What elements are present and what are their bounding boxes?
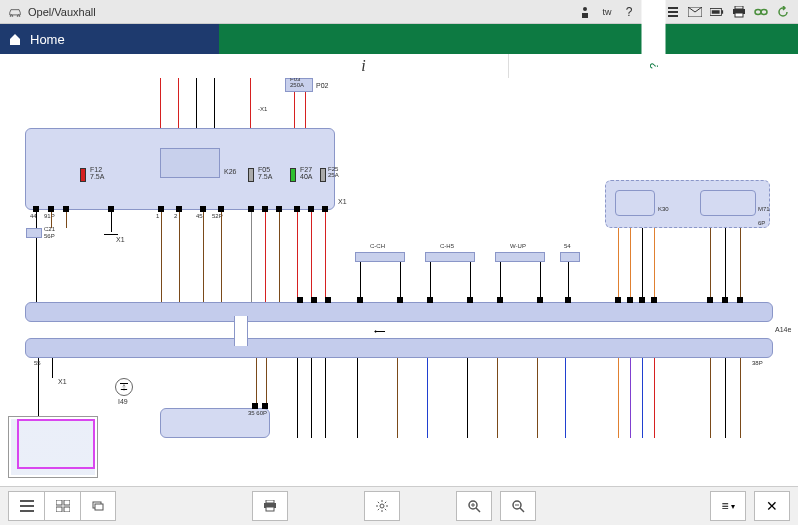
bus-top (25, 302, 773, 322)
svg-rect-26 (266, 507, 274, 511)
help-icon[interactable]: ? (622, 5, 636, 19)
pin (722, 297, 728, 303)
link-icon[interactable] (754, 5, 768, 19)
svg-line-29 (476, 508, 480, 512)
wire (537, 358, 538, 438)
wire (251, 212, 252, 302)
view-buttons (8, 491, 116, 521)
bus-current-icon: ⟵ (370, 322, 388, 340)
zoom-out-button[interactable] (500, 491, 536, 521)
label-f27: F2740A (300, 166, 312, 180)
wire (430, 262, 431, 302)
wire (160, 78, 161, 128)
label-f03: F03250A (290, 78, 304, 88)
pin (357, 297, 363, 303)
pin-label: 2 (174, 213, 177, 219)
wire (397, 358, 398, 438)
print-icon[interactable] (732, 5, 746, 19)
label-p02: P02 (316, 82, 328, 89)
label-x1-top: -X1 (258, 106, 267, 112)
wire (467, 358, 468, 438)
wire (203, 212, 204, 302)
label-m71: M71 (758, 206, 770, 212)
svg-point-13 (755, 9, 761, 14)
svg-rect-3 (668, 7, 678, 9)
label-c21: C21 (44, 226, 55, 232)
label-k30: K30 (658, 206, 669, 212)
pin (651, 297, 657, 303)
diagram-canvas[interactable]: P02 F03250A F127.5A F057.5A F2740A F2525… (0, 78, 798, 486)
top-bar: Opel/Vauxhall tw ? (0, 0, 798, 24)
refresh-icon[interactable] (776, 5, 790, 19)
wire (311, 358, 312, 438)
pin (707, 297, 713, 303)
wire (630, 358, 631, 438)
pin-label: 38P (752, 360, 763, 366)
wire (497, 358, 498, 438)
user-icon[interactable] (578, 5, 592, 19)
svg-rect-20 (56, 507, 62, 512)
list-icon[interactable] (666, 5, 680, 19)
wire (427, 358, 428, 438)
wire (111, 212, 112, 232)
motor-wup (495, 252, 545, 262)
wire (400, 262, 401, 302)
minimap[interactable] (8, 416, 98, 478)
svg-rect-12 (735, 13, 743, 17)
info-tab[interactable]: i (219, 54, 509, 78)
minimap-viewport[interactable] (17, 419, 95, 469)
pin-label: 55 (34, 360, 41, 366)
wire (642, 228, 643, 302)
wire (250, 78, 251, 128)
grid-view-button[interactable] (44, 491, 80, 521)
svg-rect-23 (95, 504, 103, 510)
wire (161, 212, 162, 302)
label-wup: W-UP (510, 243, 526, 249)
pin (297, 297, 303, 303)
layers-button[interactable] (80, 491, 116, 521)
wire (266, 358, 267, 403)
menu-button[interactable]: ≡▾ (710, 491, 746, 521)
settings-button[interactable] (364, 491, 400, 521)
svg-rect-21 (64, 507, 70, 512)
wire (256, 358, 257, 403)
battery-icon[interactable] (710, 5, 724, 19)
mail-icon[interactable] (688, 5, 702, 19)
wire (725, 358, 726, 438)
wire (540, 262, 541, 302)
svg-rect-18 (56, 500, 62, 505)
wire (565, 358, 566, 438)
svg-rect-24 (266, 500, 274, 503)
label-c21-pin: 56P (44, 233, 55, 239)
wire (179, 212, 180, 302)
close-button[interactable]: ✕ (754, 491, 790, 521)
wire (740, 358, 741, 438)
pin (537, 297, 543, 303)
fuse-f12 (80, 168, 86, 182)
zoom-in-button[interactable] (456, 491, 492, 521)
svg-rect-8 (721, 10, 723, 14)
list-view-button[interactable] (8, 491, 44, 521)
wire (66, 212, 67, 228)
svg-rect-5 (668, 15, 678, 17)
wire (618, 228, 619, 302)
wire (279, 212, 280, 302)
connector-c21 (26, 228, 42, 238)
fuse-f27 (290, 168, 296, 182)
wire (654, 228, 655, 302)
home-button[interactable]: Home (0, 24, 219, 54)
wire (654, 358, 655, 438)
wire (305, 92, 306, 128)
print-button[interactable] (252, 491, 288, 521)
svg-point-27 (380, 504, 384, 508)
wire (311, 212, 312, 302)
home-icon (8, 32, 22, 46)
svg-point-14 (761, 9, 767, 14)
user-label: tw (600, 5, 614, 19)
vehicle-section: Opel/Vauxhall (8, 6, 96, 18)
wire (294, 92, 295, 128)
pin-label: 91P (44, 213, 55, 219)
nav-green-section (219, 24, 798, 54)
wire (357, 358, 358, 438)
ground-i49: ⏄ (115, 378, 133, 396)
